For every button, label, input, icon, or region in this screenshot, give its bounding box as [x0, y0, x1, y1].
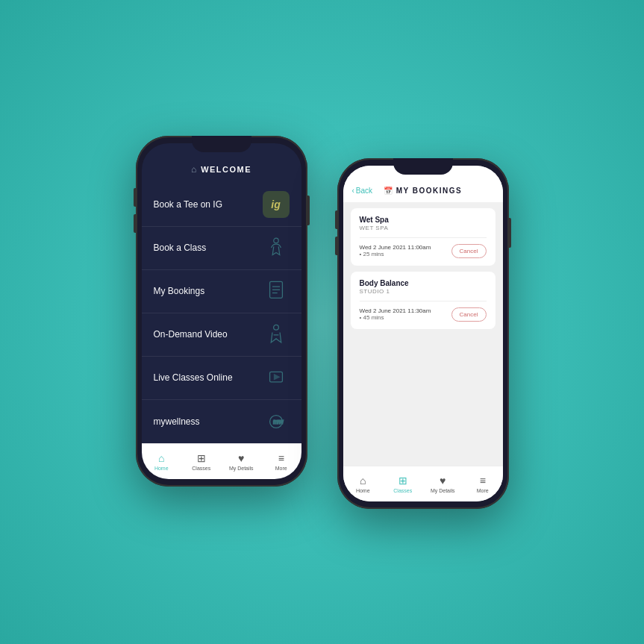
- booking-info-body-balance: Body Balance STUDIO 1: [360, 279, 487, 295]
- right-bottom-nav: ⌂ Home ⊞ Classes ♥ My Details ≡ More: [343, 466, 503, 501]
- phone-right-notch: [393, 158, 453, 175]
- nav-more-left[interactable]: ≡ More: [261, 452, 301, 471]
- wet-spa-cancel-button[interactable]: Cancel: [451, 244, 487, 258]
- details-nav-icon: ♥: [238, 452, 244, 464]
- body-balance-cancel-button[interactable]: Cancel: [451, 307, 487, 322]
- classes-nav-label: Classes: [192, 466, 210, 471]
- nav-home-right[interactable]: ⌂ Home: [343, 475, 384, 493]
- classes-nav-icon-right: ⊞: [398, 475, 407, 487]
- phone-right-screen: ‹ Back 📅 MY BOOKINGS Wet Spa: [343, 166, 503, 501]
- svg-text:mw: mw: [272, 418, 283, 425]
- svg-point-5: [273, 325, 278, 330]
- menu-item-book-class[interactable]: Book a Class: [142, 227, 301, 270]
- more-nav-label: More: [275, 466, 287, 471]
- home-icon: ⌂: [191, 164, 196, 175]
- svg-point-0: [273, 238, 278, 243]
- details-nav-icon-right: ♥: [440, 475, 446, 487]
- book-tee-label: Book a Tee on IG: [154, 199, 223, 210]
- wet-spa-divider: [360, 237, 487, 238]
- classes-nav-icon: ⊞: [197, 452, 206, 464]
- body-balance-name: Body Balance: [360, 279, 487, 287]
- home-nav-icon-right: ⌂: [360, 475, 366, 487]
- back-chevron-icon: ‹: [352, 187, 354, 195]
- menu-item-on-demand[interactable]: On-Demand Video: [142, 313, 301, 357]
- wet-spa-time-info: Wed 2 June 2021 11:00am • 25 mins: [360, 244, 431, 257]
- booking-card-body-balance: Body Balance STUDIO 1 Wed 2 June 2021 11…: [351, 272, 495, 329]
- live-classes-label: Live Classes Online: [154, 372, 233, 383]
- nav-classes-left[interactable]: ⊞ Classes: [181, 452, 222, 471]
- home-nav-label-right: Home: [356, 488, 370, 493]
- on-demand-label: On-Demand Video: [154, 329, 228, 340]
- body-balance-divider: [360, 301, 487, 301]
- welcome-screen: ⌂ WELCOME Book a Tee on IG ig Book a Cla…: [142, 143, 301, 479]
- wet-spa-duration: • 25 mins: [360, 251, 431, 257]
- menu-item-live-classes[interactable]: Live Classes Online: [142, 357, 301, 400]
- welcome-title: WELCOME: [201, 165, 251, 174]
- on-demand-icon: [263, 321, 290, 348]
- gray-empty-area: [343, 340, 503, 466]
- body-balance-time-row: Wed 2 June 2021 11:30am • 45 mins Cancel: [360, 307, 487, 322]
- phone-left-screen: ⌂ WELCOME Book a Tee on IG ig Book a Cla…: [142, 143, 301, 479]
- back-button[interactable]: ‹ Back: [352, 187, 373, 195]
- booking-top-body-balance: Body Balance STUDIO 1: [360, 279, 487, 295]
- book-tee-icon: ig: [263, 191, 290, 218]
- more-nav-icon-right: ≡: [480, 475, 486, 487]
- wet-spa-name: Wet Spa: [360, 216, 487, 224]
- my-bookings-label: My Bookings: [154, 286, 205, 296]
- booking-card-wet-spa: Wet Spa WET SPA Wed 2 June 2021 11:00am …: [351, 208, 495, 266]
- more-nav-label-right: More: [477, 488, 489, 493]
- book-class-label: Book a Class: [154, 243, 207, 253]
- booking-info-wet-spa: Wet Spa WET SPA: [360, 216, 487, 231]
- body-balance-duration: • 45 mins: [360, 314, 431, 321]
- body-balance-time-info: Wed 2 June 2021 11:30am • 45 mins: [360, 307, 431, 321]
- book-class-icon: [263, 234, 290, 261]
- more-nav-icon: ≡: [278, 452, 284, 464]
- wet-spa-venue: WET SPA: [360, 225, 487, 231]
- nav-more-right[interactable]: ≡ More: [463, 475, 503, 493]
- menu-item-mywellness[interactable]: mywellness mw: [142, 400, 301, 443]
- body-balance-venue: STUDIO 1: [360, 288, 487, 295]
- details-nav-label: My Details: [229, 466, 254, 471]
- phone-left-notch: [192, 136, 251, 152]
- left-bottom-nav: ⌂ Home ⊞ Classes ♥ My Details ≡ More: [142, 443, 301, 479]
- ig-logo: ig: [263, 191, 290, 218]
- phone-left: ⌂ WELCOME Book a Tee on IG ig Book a Cla…: [136, 136, 307, 487]
- bookings-screen: ‹ Back 📅 MY BOOKINGS Wet Spa: [343, 166, 503, 501]
- bookings-header-content: 📅 MY BOOKINGS: [384, 187, 463, 195]
- bookings-title: MY BOOKINGS: [396, 187, 463, 195]
- wet-spa-datetime: Wed 2 June 2021 11:00am: [360, 244, 431, 251]
- nav-details-right[interactable]: ♥ My Details: [423, 475, 463, 493]
- my-bookings-icon: [263, 278, 290, 304]
- details-nav-label-right: My Details: [431, 488, 455, 493]
- classes-nav-label-right: Classes: [393, 488, 412, 493]
- nav-details-left[interactable]: ♥ My Details: [222, 452, 262, 471]
- phones-container: ⌂ WELCOME Book a Tee on IG ig Book a Cla…: [136, 136, 509, 509]
- home-nav-icon: ⌂: [158, 452, 164, 464]
- live-classes-icon: [263, 364, 290, 391]
- svg-marker-7: [274, 375, 279, 380]
- nav-classes-right[interactable]: ⊞ Classes: [383, 475, 423, 493]
- menu-item-my-bookings[interactable]: My Bookings: [142, 270, 301, 313]
- menu-items-list: Book a Tee on IG ig Book a Class: [142, 184, 301, 443]
- nav-home-left[interactable]: ⌂ Home: [142, 452, 182, 471]
- phone-right: ‹ Back 📅 MY BOOKINGS Wet Spa: [337, 158, 509, 509]
- home-nav-label: Home: [154, 466, 169, 471]
- bookings-header-icon: 📅: [384, 187, 393, 195]
- mywellness-label: mywellness: [154, 416, 200, 427]
- body-balance-datetime: Wed 2 June 2021 11:30am: [360, 307, 431, 314]
- menu-item-book-tee[interactable]: Book a Tee on IG ig: [142, 184, 301, 227]
- wet-spa-time-row: Wed 2 June 2021 11:00am • 25 mins Cancel: [360, 244, 487, 258]
- bookings-content: Wet Spa WET SPA Wed 2 June 2021 11:00am …: [343, 202, 503, 340]
- back-label: Back: [356, 187, 372, 195]
- booking-top-wet-spa: Wet Spa WET SPA: [360, 216, 487, 231]
- mywellness-icon: mw: [263, 408, 290, 435]
